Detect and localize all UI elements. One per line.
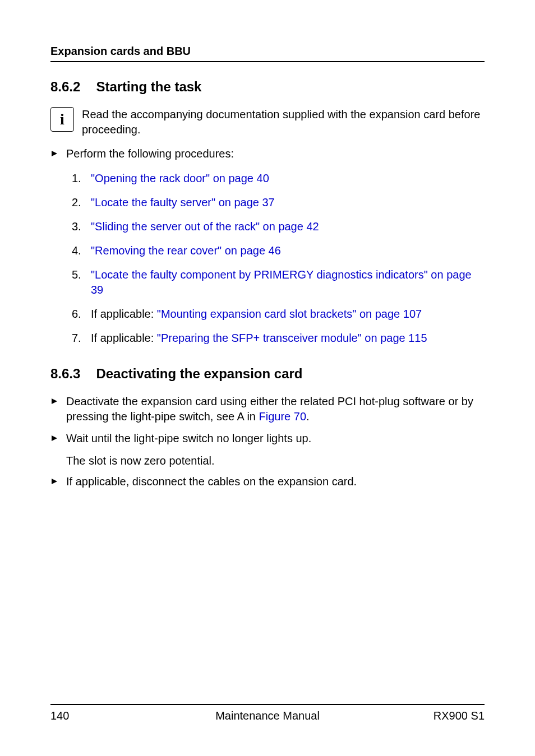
list-item-number: 2. — [72, 195, 91, 210]
perform-procedures-bullet: Perform the following procedures: — [50, 146, 485, 162]
list-item-text: "Sliding the server out of the rack" on … — [91, 219, 319, 234]
running-header: Expansion cards and BBU — [50, 45, 485, 58]
info-note-text: Read the accompanying documentation supp… — [82, 107, 485, 137]
disconnect-bullet: If applicable, disconnect the cables on … — [50, 474, 485, 490]
list-item: 3. "Sliding the server out of the rack" … — [72, 219, 485, 234]
list-item: 7. If applicable: "Preparing the SFP+ tr… — [72, 331, 485, 346]
cross-reference-link[interactable]: "Opening the rack door" on page 40 — [91, 172, 269, 184]
footer-rule — [50, 704, 485, 705]
svg-marker-3 — [52, 479, 57, 484]
list-item-number: 5. — [72, 267, 91, 282]
cross-reference-link[interactable]: "Sliding the server out of the rack" on … — [91, 220, 319, 233]
wait-text: Wait until the light-pipe switch no long… — [66, 431, 311, 446]
list-item-text: If applicable: "Mounting expansion card … — [91, 307, 422, 322]
info-icon-glyph: i — [60, 112, 64, 127]
page-footer: 140 Maintenance Manual RX900 S1 — [50, 704, 485, 722]
list-item-text: "Locate the faulty component by PRIMERGY… — [91, 267, 485, 298]
list-item: 2. "Locate the faulty server" on page 37 — [72, 195, 485, 210]
disconnect-text: If applicable, disconnect the cables on … — [66, 474, 357, 489]
section-heading-8-6-3: 8.6.3Deactivating the expansion card — [50, 366, 485, 382]
cross-reference-link[interactable]: "Preparing the SFP+ transceiver module" … — [157, 332, 427, 344]
section-number: 8.6.2 — [50, 79, 80, 95]
deactivate-text: Deactivate the expansion card using eith… — [66, 394, 485, 424]
section-heading-8-6-2: 8.6.2Starting the task — [50, 79, 485, 95]
wait-bullet: Wait until the light-pipe switch no long… — [50, 431, 485, 447]
figure-reference-link[interactable]: Figure 70 — [259, 410, 307, 423]
cross-reference-link[interactable]: "Locate the faulty server" on page 37 — [91, 196, 275, 208]
bullet-marker-icon — [50, 394, 66, 410]
list-item-number: 6. — [72, 307, 91, 322]
section-number: 8.6.3 — [50, 366, 80, 382]
info-note: i Read the accompanying documentation su… — [50, 107, 485, 137]
list-item-text: If applicable: "Preparing the SFP+ trans… — [91, 331, 427, 346]
svg-marker-1 — [52, 398, 57, 404]
deactivate-bullet: Deactivate the expansion card using eith… — [50, 394, 485, 424]
procedures-list: 1. "Opening the rack door" on page 40 2.… — [72, 171, 485, 346]
cross-reference-link[interactable]: "Mounting expansion card slot brackets" … — [157, 308, 422, 320]
header-rule — [50, 61, 485, 62]
svg-marker-2 — [52, 435, 57, 441]
bullet-marker-icon — [50, 431, 66, 447]
list-item-number: 1. — [72, 171, 91, 186]
cross-reference-link[interactable]: "Locate the faulty component by PRIMERGY… — [91, 268, 472, 296]
svg-marker-0 — [52, 151, 57, 156]
list-item-number: 7. — [72, 331, 91, 346]
section-title: Starting the task — [96, 79, 201, 94]
list-item: 1. "Opening the rack door" on page 40 — [72, 171, 485, 186]
perform-procedures-text: Perform the following procedures: — [66, 146, 234, 161]
list-item-text: "Locate the faulty server" on page 37 — [91, 195, 275, 210]
list-item-text: "Removing the rear cover" on page 46 — [91, 243, 281, 258]
list-item: 6. If applicable: "Mounting expansion ca… — [72, 307, 485, 322]
list-item-text: "Opening the rack door" on page 40 — [91, 171, 269, 186]
list-item-number: 4. — [72, 243, 91, 258]
list-item: 5. "Locate the faulty component by PRIME… — [72, 267, 485, 298]
slot-zero-text: The slot is now zero potential. — [66, 453, 485, 469]
footer-title: Maintenance Manual — [50, 709, 485, 722]
list-item-number: 3. — [72, 219, 91, 234]
list-item: 4. "Removing the rear cover" on page 46 — [72, 243, 485, 258]
info-icon: i — [50, 107, 74, 132]
section-title: Deactivating the expansion card — [96, 366, 302, 381]
cross-reference-link[interactable]: "Removing the rear cover" on page 46 — [91, 244, 281, 257]
bullet-marker-icon — [50, 146, 66, 162]
bullet-marker-icon — [50, 474, 66, 490]
